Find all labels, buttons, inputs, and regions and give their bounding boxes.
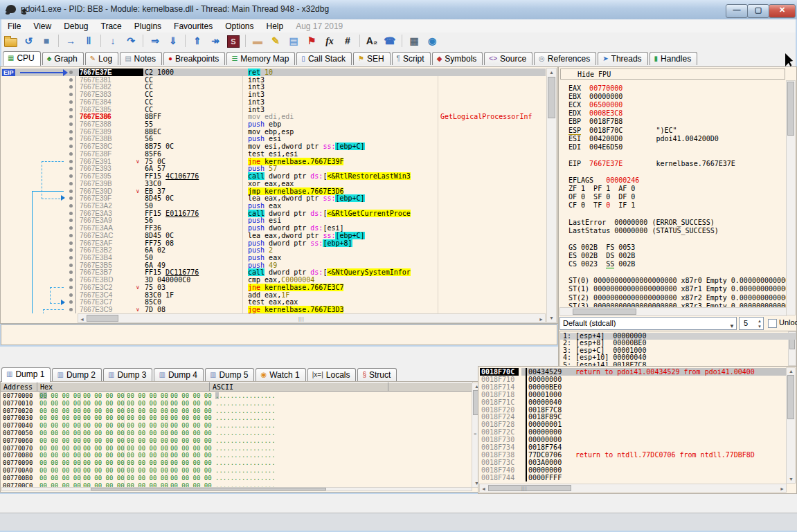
register-line[interactable]: GS 002B FS 0053 <box>568 244 790 252</box>
breakpoint-dot[interactable] <box>69 130 73 134</box>
breakpoint-dot[interactable] <box>69 160 73 163</box>
menu-item-favourites[interactable]: Favourites <box>168 20 219 31</box>
breakpoint-dot[interactable] <box>69 85 73 89</box>
dump-row[interactable]: 0077002000 00 00 0000 00 00 0000 00 00 0… <box>1 407 472 415</box>
arguments-view[interactable]: 1: [esp+4] 000000002: [esp+8] 00000BE03:… <box>559 331 797 367</box>
toolbar-patches-icon[interactable]: ▬ <box>249 33 266 48</box>
breakpoint-dot[interactable] <box>69 241 73 245</box>
dump-row[interactable]: 007700A000 00 00 0000 00 00 0000 00 00 0… <box>1 467 472 475</box>
disasm-row[interactable]: 7667E3C785C0test eax,eax <box>1 298 546 306</box>
register-line[interactable]: ST(2) 00000000000000000000 x87r2 Empty 0… <box>568 294 790 302</box>
breakpoint-dot[interactable] <box>69 264 73 267</box>
minimize-button[interactable]: — <box>726 4 748 18</box>
disasm-row[interactable]: 7667E395FF15 4C106776call dword ptr ds:[… <box>1 172 546 180</box>
disasm-vscrollbar[interactable]: ▲ ▼ <box>546 68 557 323</box>
toolbar-step-over-icon[interactable]: ↷ <box>123 33 139 48</box>
tab-cpu[interactable]: ▦CPU <box>3 51 41 66</box>
disasm-row[interactable]: 7667E3A956push esi <box>1 217 546 224</box>
maximize-button[interactable]: ▢ <box>747 4 769 18</box>
register-line[interactable]: EBX 00000000 <box>568 93 790 101</box>
disasm-row[interactable]: 7667E3AAFF36push dword ptr ds:[esi] <box>1 224 546 232</box>
stack-row[interactable]: 0018F72800000001 <box>478 421 787 428</box>
register-line[interactable]: EDI 004E6D50 <box>568 143 790 152</box>
calling-convention-select[interactable]: Default (stdcall)▼ <box>559 317 737 330</box>
register-line[interactable]: ECX 06500000 <box>568 101 790 109</box>
breakpoint-dot[interactable] <box>69 204 73 208</box>
toolbar-run-to-return-icon[interactable]: ⇒ <box>147 33 163 48</box>
disasm-row[interactable]: 7667E3936A 57push 57 <box>1 165 546 172</box>
breakpoint-dot[interactable] <box>69 256 73 259</box>
breakpoint-dot[interactable] <box>69 308 73 311</box>
register-line[interactable]: EAX 00770000 <box>568 84 790 93</box>
breakpoint-dot[interactable] <box>69 286 73 289</box>
breakpoint-dot[interactable] <box>69 71 73 74</box>
disasm-row[interactable]: 7667E39F8D45 0Clea eax,dword ptr ss:[ebp… <box>1 194 546 202</box>
disasm-row[interactable]: 7667E391∨75 0Cjne kernelbase.7667E39F <box>1 158 546 165</box>
stack-row[interactable]: 0018F73877DC0706return to ntdll.77DC0706… <box>478 451 787 459</box>
stack-row[interactable]: 0018F70C00434529return to pdoi41.0043452… <box>478 368 787 376</box>
breakpoint-dot[interactable] <box>69 278 73 282</box>
disasm-row[interactable]: 7667E384CCint3 <box>1 98 546 106</box>
stack-row[interactable]: 0018F73000000000 <box>478 436 787 443</box>
menu-item-debug[interactable]: Debug <box>57 20 94 31</box>
stack-row[interactable]: 0018F72C00000000 <box>478 428 787 436</box>
register-line[interactable]: EDX 0008E3C8 <box>568 109 790 118</box>
dump-row[interactable]: 0077005000 00 00 0000 00 00 0000 00 00 0… <box>1 430 472 437</box>
disasm-row[interactable]: 7667E3C2∨75 03jne kernelbase.7667E3C7 <box>1 284 546 291</box>
registers-panel[interactable]: Hide FPU EAX 00770000EBX 00000000ECX 065… <box>558 66 797 367</box>
dump-row[interactable]: 0077000000 00 00 0000 00 00 0000 00 00 0… <box>1 392 472 400</box>
tab-dump-1[interactable]: ▥Dump 1 <box>1 367 51 382</box>
dump-hscrollbar[interactable] <box>1 487 472 491</box>
register-line[interactable]: CF 0 TF 0 IF 1 <box>568 201 790 210</box>
argument-count-spinner[interactable]: 5▲▼ <box>739 317 764 330</box>
disasm-row[interactable]: 7667E382CCint3 <box>1 83 546 91</box>
breakpoint-dot[interactable] <box>69 78 73 82</box>
disasm-row[interactable]: 7667E383CCint3 <box>1 91 546 98</box>
register-line[interactable]: ST(0) 00000000000000000000 x87r0 Empty 0… <box>568 277 790 285</box>
dump-row[interactable]: 007700B000 00 00 0000 00 00 0000 00 00 0… <box>1 475 472 482</box>
tab-dump-5[interactable]: ▥Dump 5 <box>205 368 254 381</box>
breakpoint-dot[interactable] <box>69 115 73 118</box>
stack-row[interactable]: 0018F7200018F7C8 <box>478 406 787 414</box>
disasm-row[interactable]: 7667E3B26A 02push 2 <box>1 246 546 254</box>
breakpoint-dot[interactable] <box>69 270 73 274</box>
register-line[interactable]: LastError 00000000 (ERROR_SUCCESS) <box>568 219 790 227</box>
register-line[interactable]: ST(1) 00000000000000000000 x87r1 Empty 0… <box>568 285 790 293</box>
toolbar-step-out-icon[interactable]: ⇓ <box>165 33 181 48</box>
breakpoint-dot[interactable] <box>69 145 73 148</box>
register-line[interactable]: ESP 0018F70C ")EC" <box>568 127 790 135</box>
breakpoint-dot[interactable] <box>69 212 73 215</box>
disasm-row[interactable]: 7667E3AC8D45 0Clea eax,dword ptr ss:[ebp… <box>1 232 546 239</box>
tab-source[interactable]: <>Source <box>484 52 532 65</box>
dump-panel[interactable]: AddressHexASCII 0077000000 00 00 0000 00… <box>0 381 483 493</box>
tab-references[interactable]: ◎References <box>534 52 596 65</box>
disasm-row[interactable]: 7667E3868BFFmov edi,ediGetLogicalProcess… <box>1 113 546 120</box>
dump-row[interactable]: 0077004000 00 00 0000 00 00 0000 00 00 0… <box>1 422 472 430</box>
title-bar[interactable]: pdoi41.exe - PID: BE8 - Module: kernelba… <box>0 0 797 19</box>
menu-item-plugins[interactable]: Plugins <box>128 20 168 31</box>
registers-vscrollbar[interactable] <box>786 80 796 315</box>
toolbar-hash-icon[interactable]: # <box>339 33 356 48</box>
register-line[interactable]: CS 0023 SS 002B <box>568 260 790 268</box>
disasm-row[interactable]: 7667E39D∨EB 37jmp kernelbase.7667E3D6 <box>1 187 546 195</box>
tab-struct[interactable]: §Struct <box>357 368 397 381</box>
stack-panel[interactable]: 0018F70C00434529return to pdoi41.0043452… <box>478 366 797 494</box>
dump-row[interactable]: 0077008000 00 00 0000 00 00 0000 00 00 0… <box>1 452 472 459</box>
toolbar-scylla-icon[interactable]: S <box>225 33 242 48</box>
menu-item-trace[interactable]: Trace <box>95 20 128 31</box>
stack-row[interactable]: 0018F71800001000 <box>478 391 787 398</box>
register-line[interactable]: ZF 1 PF 1 AF 0 <box>568 185 790 193</box>
stack-row[interactable]: 0018F71400000BE0 <box>478 383 787 391</box>
breakpoint-dot[interactable] <box>69 93 73 96</box>
disasm-row[interactable]: 7667E3B56A 49push 49 <box>1 262 546 269</box>
tab-graph[interactable]: ♣Graph <box>42 52 84 65</box>
tab-handles[interactable]: ▮Handles <box>650 52 698 65</box>
toolbar-switch-thread-icon[interactable]: ↠ <box>207 33 224 48</box>
disasm-row[interactable]: 7667E3898BECmov ebp,esp <box>1 128 546 136</box>
breakpoint-dot[interactable] <box>69 174 73 178</box>
breakpoint-dot[interactable] <box>69 190 73 193</box>
tab-symbols[interactable]: ◆Symbols <box>432 52 483 65</box>
disasm-row[interactable]: 7667E3B450push eax <box>1 254 546 262</box>
stack-row[interactable]: 0018F74000000000 <box>478 466 787 474</box>
tab-dump-3[interactable]: ▥Dump 3 <box>103 368 152 381</box>
